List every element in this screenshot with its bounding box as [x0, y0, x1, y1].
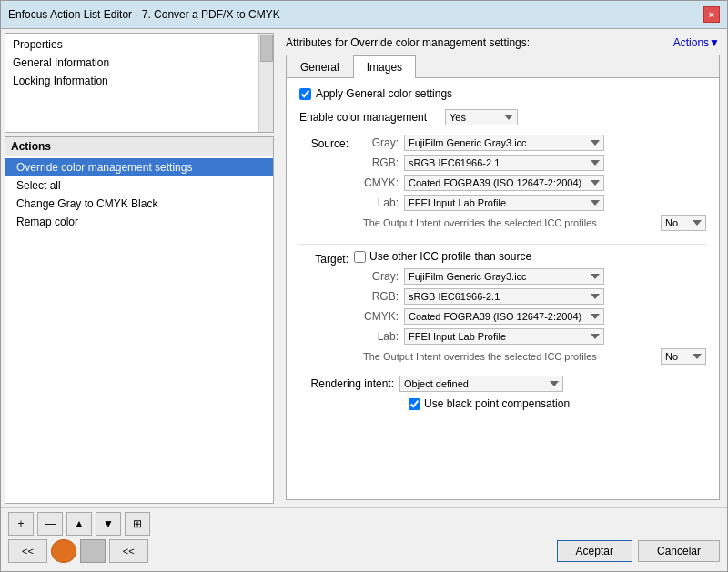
enable-color-select[interactable]: Yes — [445, 109, 518, 125]
source-rgb-row: RGB: sRGB IEC61966-2.1 — [354, 155, 706, 171]
actions-dropdown-link[interactable]: Actions▼ — [673, 36, 720, 49]
right-header: Attributes for Override color management… — [286, 36, 720, 49]
enable-color-row: Enable color management Yes — [299, 109, 706, 125]
square-button[interactable] — [80, 539, 106, 563]
actions-list-container: Actions Override color management settin… — [5, 136, 274, 504]
black-point-checkbox[interactable] — [409, 398, 420, 410]
target-gray-select[interactable]: FujiFilm Generic Gray3.icc — [404, 268, 604, 285]
remove-icon: — — [45, 517, 56, 530]
right-panel: Attributes for Override color management… — [278, 29, 727, 507]
grid-icon: ⊞ — [133, 517, 142, 530]
sidebar-item-properties[interactable]: Properties — [5, 35, 273, 54]
sidebar-item-locking-info[interactable]: Locking Information — [5, 72, 273, 90]
source-gray-label: Gray: — [354, 136, 404, 149]
source-cmyk-row: CMYK: Coated FOGRA39 (ISO 12647-2:2004) — [354, 175, 706, 191]
target-rgb-label: RGB: — [354, 290, 404, 303]
source-cmyk-select[interactable]: Coated FOGRA39 (ISO 12647-2:2004) — [404, 175, 604, 191]
target-fields: Use other ICC profile than source Gray: … — [354, 250, 706, 372]
window-title: Enfocus Action List Editor - 7. Conver a… — [8, 8, 280, 21]
toolbar-btn2[interactable]: — — [37, 512, 63, 536]
bottom-toolbar: + — ▲ ▼ ⊞ << << Aceptar — [1, 507, 727, 571]
action-item-change-gray[interactable]: Change Gray to CMYK Black — [5, 195, 273, 213]
target-section: Target: Use other ICC profile than sourc… — [299, 250, 706, 372]
source-gray-row: Gray: FujiFilm Generic Gray3.icc — [354, 135, 706, 151]
rendering-intent-row: Rendering intent: Object defined — [299, 376, 706, 392]
up-icon: ▲ — [74, 517, 85, 530]
source-output-intent-label: The Output Intent overrides the selected… — [363, 217, 661, 228]
black-point-row: Use black point compensation — [409, 397, 706, 410]
toolbar-nav-left: << << — [8, 539, 148, 563]
source-lab-select[interactable]: FFEI Input Lab Profile — [404, 195, 604, 211]
sidebar-item-general-info[interactable]: General Information — [5, 54, 273, 72]
title-bar: Enfocus Action List Editor - 7. Conver a… — [1, 1, 727, 29]
target-lab-row: Lab: FFEI Input Lab Profile — [354, 328, 706, 345]
source-output-intent-select[interactable]: No — [661, 215, 706, 231]
source-fields: Gray: FujiFilm Generic Gray3.icc RGB: sR… — [354, 135, 706, 238]
target-lab-label: Lab: — [354, 330, 404, 343]
target-cmyk-select[interactable]: Coated FOGRA39 (ISO 12647-2:2004) — [404, 308, 604, 325]
main-content: Properties General Information Locking I… — [1, 29, 727, 507]
toolbar-actions: Aceptar Cancelar — [557, 540, 720, 562]
section-divider — [299, 244, 706, 245]
target-cmyk-label: CMYK: — [354, 310, 404, 323]
tab-general[interactable]: General — [287, 55, 353, 78]
down-icon: ▼ — [103, 517, 114, 530]
target-gray-label: Gray: — [354, 270, 404, 283]
apply-general-label: Apply General color settings — [316, 87, 452, 100]
toolbar-btn1[interactable]: + — [8, 512, 34, 536]
action-item-select-all[interactable]: Select all — [5, 176, 273, 195]
rendering-intent-label: Rendering intent: — [299, 377, 399, 390]
apply-general-row: Apply General color settings — [299, 87, 706, 100]
source-section: Source: Gray: FujiFilm Generic Gray3.icc… — [299, 135, 706, 238]
action-item-override[interactable]: Override color management settings — [5, 158, 273, 176]
rendering-intent-select[interactable]: Object defined — [399, 376, 563, 392]
source-label: Source: — [299, 135, 354, 150]
scrollbar-vertical[interactable] — [258, 34, 273, 132]
source-output-intent-row: The Output Intent overrides the selected… — [363, 215, 706, 231]
properties-list: Properties General Information Locking I… — [5, 34, 273, 92]
target-output-intent-row: The Output Intent overrides the selected… — [363, 348, 706, 365]
right-panel-title: Attributes for Override color management… — [286, 36, 530, 49]
target-lab-select[interactable]: FFEI Input Lab Profile — [404, 328, 604, 345]
left-panel: Properties General Information Locking I… — [1, 29, 278, 507]
main-window: Enfocus Action List Editor - 7. Conver a… — [0, 0, 728, 572]
source-lab-row: Lab: FFEI Input Lab Profile — [354, 195, 706, 211]
use-other-checkbox[interactable] — [354, 251, 366, 263]
target-label: Target: — [299, 250, 354, 266]
actions-list: Override color management settings Selec… — [5, 156, 273, 233]
add-icon: + — [17, 517, 24, 530]
source-lab-label: Lab: — [354, 196, 404, 209]
actions-header: Actions — [5, 137, 273, 156]
source-rgb-label: RGB: — [354, 156, 404, 169]
target-rgb-row: RGB: sRGB IEC61966-2.1 — [354, 288, 706, 305]
use-other-row: Use other ICC profile than source — [354, 250, 706, 263]
tab-images[interactable]: Images — [353, 55, 416, 78]
toolbar-row1: + — ▲ ▼ ⊞ — [8, 512, 720, 536]
target-cmyk-row: CMYK: Coated FOGRA39 (ISO 12647-2:2004) — [354, 308, 706, 325]
properties-list-container: Properties General Information Locking I… — [5, 33, 274, 133]
target-output-intent-select[interactable]: No — [661, 348, 706, 365]
circle-button[interactable] — [51, 539, 76, 563]
toolbar-btn4[interactable]: ▼ — [96, 512, 121, 536]
close-button[interactable]: × — [703, 6, 720, 23]
black-point-label: Use black point compensation — [424, 397, 570, 410]
tab-container: General Images Apply General color setti… — [286, 55, 720, 500]
cancel-button[interactable]: Cancelar — [638, 540, 720, 562]
source-gray-select[interactable]: FujiFilm Generic Gray3.icc — [404, 135, 604, 151]
toolbar-btn3[interactable]: ▲ — [66, 512, 92, 536]
toolbar-row2: << << Aceptar Cancelar — [8, 539, 720, 563]
tab-content-images: Apply General color settings Enable colo… — [287, 78, 719, 499]
source-cmyk-label: CMYK: — [354, 176, 404, 189]
tab-bar: General Images — [287, 55, 719, 78]
toolbar-btn5[interactable]: ⊞ — [125, 512, 150, 536]
nav-next-button[interactable]: << — [109, 539, 148, 563]
target-rgb-select[interactable]: sRGB IEC61966-2.1 — [404, 288, 604, 305]
target-output-intent-label: The Output Intent overrides the selected… — [363, 351, 661, 362]
apply-general-checkbox[interactable] — [299, 88, 311, 100]
source-rgb-select[interactable]: sRGB IEC61966-2.1 — [404, 155, 604, 171]
action-item-remap[interactable]: Remap color — [5, 213, 273, 231]
target-gray-row: Gray: FujiFilm Generic Gray3.icc — [354, 268, 706, 285]
nav-prev-button[interactable]: << — [8, 539, 47, 563]
accept-button[interactable]: Aceptar — [557, 540, 632, 562]
use-other-label: Use other ICC profile than source — [369, 250, 531, 263]
